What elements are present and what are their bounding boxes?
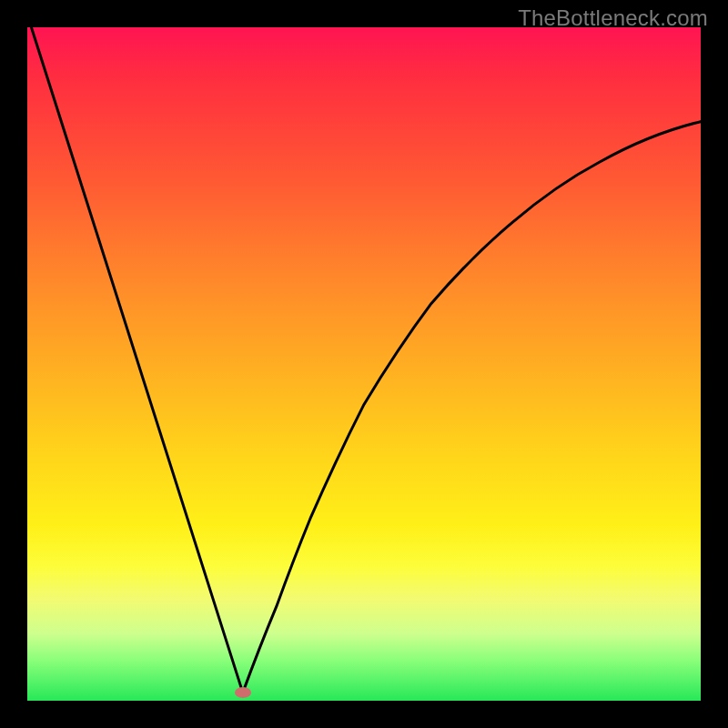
curve-svg [27,27,701,701]
plot-area [27,27,701,701]
minimum-marker [235,687,251,698]
watermark-text: TheBottleneck.com [518,5,708,31]
bottleneck-curve [31,27,701,693]
chart-frame: TheBottleneck.com [0,0,728,728]
